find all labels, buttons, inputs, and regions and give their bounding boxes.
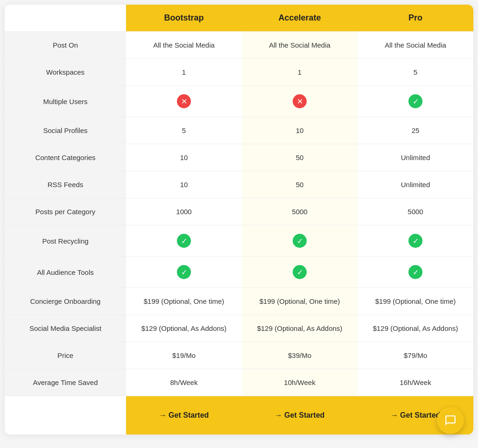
header-bootstrap: Bootstrap <box>126 5 242 31</box>
feature-label: Social Profiles <box>5 117 126 144</box>
feature-label: Post On <box>5 31 126 58</box>
check-icon: ✓ <box>408 265 422 279</box>
feature-label: Workspaces <box>5 58 126 85</box>
feature-label: Content Categories <box>5 144 126 171</box>
cell-value: 1000 <box>176 207 191 217</box>
cell-pro-row11: $79/Mo <box>358 342 473 369</box>
cell-pro-row9: $199 (Optional, One time) <box>358 287 473 315</box>
cell-value: $199 (Optional, One time) <box>260 296 340 306</box>
cell-bootstrap-row10: $129 (Optional, As Addons) <box>126 315 242 342</box>
cell-accelerate-row3: 10 <box>242 117 358 144</box>
cell-accelerate-row12: 10h/Week <box>242 369 358 396</box>
cell-accelerate-row0: All the Social Media <box>242 31 358 58</box>
cell-value: $79/Mo <box>404 350 427 360</box>
cell-value: Unlimited <box>401 180 430 189</box>
cell-value: 5 <box>182 126 186 135</box>
cell-accelerate-row6: 5000 <box>242 198 358 225</box>
feature-label: Posts per Category <box>5 198 126 225</box>
data-rows: Post OnAll the Social MediaAll the Socia… <box>5 31 473 396</box>
feature-label: Social Media Specialist <box>5 315 126 342</box>
cell-accelerate-row5: 50 <box>242 171 358 198</box>
cell-bootstrap-row0: All the Social Media <box>126 31 242 58</box>
cell-value: $39/Mo <box>288 350 311 360</box>
cell-bootstrap-row5: 10 <box>126 171 242 198</box>
cross-icon: ✕ <box>293 94 307 108</box>
cell-accelerate-row2: ✕ <box>242 85 358 117</box>
cell-value: 8h/Week <box>170 378 198 387</box>
cell-value: Unlimited <box>401 153 430 162</box>
pricing-table: Bootstrap Accelerate Pro Post OnAll the … <box>5 5 473 434</box>
cell-value: $19/Mo <box>172 350 196 360</box>
cell-value: 5000 <box>408 207 423 217</box>
cell-value: 10 <box>180 180 188 189</box>
cta-empty <box>5 396 126 434</box>
cell-pro-row3: 25 <box>358 117 473 144</box>
chat-bubble-button[interactable] <box>437 407 464 434</box>
cell-accelerate-row10: $129 (Optional, As Addons) <box>242 315 358 342</box>
cell-accelerate-row1: 1 <box>242 58 358 85</box>
cell-pro-row4: Unlimited <box>358 144 473 171</box>
cell-value: $129 (Optional, As Addons) <box>373 323 458 333</box>
cell-pro-row8: ✓ <box>358 256 473 287</box>
cell-bootstrap-row3: 5 <box>126 117 242 144</box>
check-icon: ✓ <box>293 265 307 279</box>
cell-value: 10 <box>296 126 304 135</box>
header-pro: Pro <box>358 5 473 31</box>
cell-value: 25 <box>412 126 420 135</box>
cell-value: 10 <box>180 153 188 162</box>
cell-value: All the Social Media <box>269 40 330 50</box>
check-icon: ✓ <box>293 234 307 248</box>
cell-pro-row1: 5 <box>358 58 473 85</box>
cell-value: 5 <box>414 67 417 77</box>
feature-label: Concierge Onboarding <box>5 287 126 315</box>
cell-value: 10h/Week <box>284 378 315 387</box>
feature-label: Multiple Users <box>5 85 126 117</box>
cell-pro-row7: ✓ <box>358 225 473 256</box>
cell-pro-row10: $129 (Optional, As Addons) <box>358 315 473 342</box>
cell-bootstrap-row4: 10 <box>126 144 242 171</box>
cell-accelerate-row11: $39/Mo <box>242 342 358 369</box>
cell-value: $129 (Optional, As Addons) <box>141 323 227 333</box>
table-grid: Bootstrap Accelerate Pro <box>5 5 473 31</box>
cta-accelerate-button[interactable]: → Get Started <box>247 405 352 426</box>
chat-icon <box>444 414 457 427</box>
cell-pro-row12: 16h/Week <box>358 369 473 396</box>
cell-pro-row6: 5000 <box>358 198 473 225</box>
cell-bootstrap-row9: $199 (Optional, One time) <box>126 287 242 315</box>
feature-label: RSS Feeds <box>5 171 126 198</box>
cell-pro-row0: All the Social Media <box>358 31 473 58</box>
feature-label: Post Recycling <box>5 225 126 256</box>
cell-bootstrap-row1: 1 <box>126 58 242 85</box>
cell-value: 50 <box>296 180 304 189</box>
cell-value: $199 (Optional, One time) <box>144 296 225 306</box>
check-icon: ✓ <box>177 265 191 279</box>
feature-label: Average Time Saved <box>5 369 126 396</box>
feature-label: All Audience Tools <box>5 256 126 287</box>
cell-accelerate-row7: ✓ <box>242 225 358 256</box>
cta-bootstrap-button[interactable]: → Get Started <box>132 405 236 426</box>
cell-accelerate-row4: 50 <box>242 144 358 171</box>
cta-accelerate-cell: → Get Started <box>242 396 358 434</box>
cell-bootstrap-row7: ✓ <box>126 225 242 256</box>
cell-pro-row5: Unlimited <box>358 171 473 198</box>
check-icon: ✓ <box>408 94 422 108</box>
cell-value: $129 (Optional, As Addons) <box>257 323 343 333</box>
cta-row: → Get Started → Get Started → Get Starte… <box>5 396 473 434</box>
cell-bootstrap-row2: ✕ <box>126 85 242 117</box>
cell-value: All the Social Media <box>153 40 215 50</box>
cell-value: $199 (Optional, One time) <box>375 296 456 306</box>
cell-bootstrap-row8: ✓ <box>126 256 242 287</box>
cell-bootstrap-row6: 1000 <box>126 198 242 225</box>
cell-pro-row2: ✓ <box>358 85 473 117</box>
cell-value: 1 <box>298 67 302 77</box>
cell-accelerate-row9: $199 (Optional, One time) <box>242 287 358 315</box>
cell-bootstrap-row12: 8h/Week <box>126 369 242 396</box>
header-accelerate: Accelerate <box>242 5 358 31</box>
cta-bootstrap-cell: → Get Started <box>126 396 242 434</box>
cell-bootstrap-row11: $19/Mo <box>126 342 242 369</box>
check-icon: ✓ <box>177 234 191 248</box>
cell-value: 50 <box>296 153 304 162</box>
cell-value: All the Social Media <box>385 40 446 50</box>
cell-value: 16h/Week <box>400 378 431 387</box>
cell-accelerate-row8: ✓ <box>242 256 358 287</box>
